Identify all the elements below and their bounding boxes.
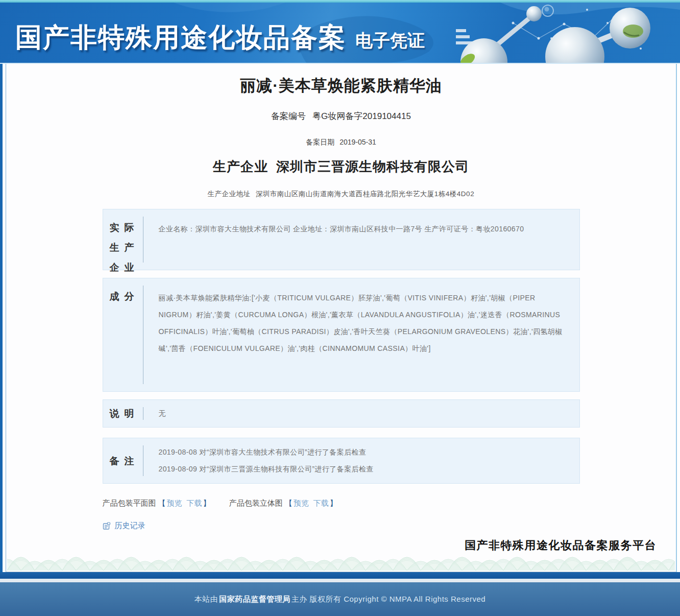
producer-label: 生产企业 — [213, 159, 268, 174]
explanation-label: 说明 — [103, 400, 143, 427]
banner-title: 国产非特殊用途化妆品备案 — [15, 20, 346, 56]
page-footer: 本站由 国家药品监督管理局 主办 版权所有 Copyright © NMPA A… — [0, 582, 680, 616]
bracket-open: 【 — [285, 499, 293, 507]
attachment-3d-preview-link[interactable]: 预览 — [294, 499, 309, 507]
remark-line: 2019-08-08 对“深圳市容大生物技术有限公司”进行了备案后检查 — [159, 444, 564, 461]
attachment-flat-download-link[interactable]: 下载 — [187, 499, 202, 507]
actual-producer-box: 实际生产企业 企业名称：深圳市容大生物技术有限公司 企业地址：深圳市南山区科技中… — [103, 209, 580, 270]
footer-prefix: 本站由 — [195, 595, 218, 604]
attachment-flat: 产品包装平面图【预览下载】 — [103, 499, 212, 508]
actual-producer-label: 实际生产企业 — [103, 209, 143, 270]
certificate-main: 丽减·美本草焕能紧肤精华油 备案编号粤G妆网备字2019104415 备案日期2… — [0, 64, 680, 572]
registration-date-line: 备案日期2019-05-31 — [6, 138, 676, 147]
bottom-blue-band — [0, 572, 680, 579]
ingredients-box: 成分 丽减·美本草焕能紧肤精华油:['小麦（TRITICUM VULGARE）胚… — [103, 278, 580, 392]
banner-text: 国产非特殊用途化妆品备案 电子凭证 — [0, 3, 680, 56]
product-name: 丽减·美本草焕能紧肤精华油 — [6, 75, 676, 97]
bracket-open: 【 — [158, 499, 166, 507]
producer-address-label: 生产企业地址 — [208, 190, 251, 198]
remarks-box: 备注 2019-08-08 对“深圳市容大生物技术有限公司”进行了备案后检查 2… — [103, 438, 580, 484]
remarks-label: 备注 — [103, 438, 143, 483]
registration-date-label: 备案日期 — [306, 138, 334, 146]
attachment-3d: 产品包装立体图【预览下载】 — [229, 499, 338, 508]
registration-number-value: 粤G妆网备字2019104415 — [312, 111, 411, 121]
history-label: 历史记录 — [115, 521, 145, 531]
producer-address-value: 深圳市南山区南山街道南海大道西桂庙路北阳光华艺大厦1栋4楼4D02 — [256, 190, 474, 198]
registration-number-line: 备案编号粤G妆网备字2019104415 — [6, 110, 676, 122]
producer-value: 深圳市三晋源生物科技有限公司 — [276, 159, 469, 174]
history-icon — [103, 522, 111, 530]
explanation-content: 无 — [143, 400, 579, 427]
producer-line: 生产企业深圳市三晋源生物科技有限公司 — [6, 158, 676, 176]
header-banner: 国产非特殊用途化妆品备案 电子凭证 — [0, 3, 680, 64]
actual-producer-content: 企业名称：深圳市容大生物技术有限公司 企业地址：深圳市南山区科技中一路7号 生产… — [143, 209, 579, 270]
footer-suffix: 主办 版权所有 Copyright © NMPA All Rights Rese… — [292, 595, 485, 604]
platform-name: 国产非特殊用途化妆品备案服务平台 — [6, 538, 676, 553]
registration-date-value: 2019-05-31 — [339, 138, 376, 146]
certificate-inner-frame: 丽减·美本草焕能紧肤精华油 备案编号粤G妆网备字2019104415 备案日期2… — [6, 64, 677, 572]
attachment-flat-label: 产品包装平面图 — [103, 499, 156, 507]
detail-boxes: 实际生产企业 企业名称：深圳市容大生物技术有限公司 企业地址：深圳市南山区科技中… — [103, 209, 580, 484]
footer-org: 国家药品监督管理局 — [219, 595, 290, 604]
attachments-row: 产品包装平面图【预览下载】 产品包装立体图【预览下载】 — [103, 499, 580, 508]
remark-line: 2019-08-09 对“深圳市三晋源生物科技有限公司”进行了备案后检查 — [159, 461, 564, 478]
attachment-3d-download-link[interactable]: 下载 — [313, 499, 329, 507]
bottom-gap-strip — [0, 579, 680, 582]
producer-address-line: 生产企业地址深圳市南山区南山街道南海大道西桂庙路北阳光华艺大厦1栋4楼4D02 — [6, 189, 676, 199]
bracket-close: 】 — [203, 499, 211, 507]
remarks-content: 2019-08-08 对“深圳市容大生物技术有限公司”进行了备案后检查 2019… — [143, 438, 579, 483]
bracket-close: 】 — [330, 499, 337, 507]
banner-subtitle: 电子凭证 — [355, 29, 425, 53]
registration-number-label: 备案编号 — [271, 111, 306, 121]
attachment-flat-preview-link[interactable]: 预览 — [167, 499, 182, 507]
ingredients-label: 成分 — [103, 278, 143, 391]
attachment-3d-label: 产品包装立体图 — [229, 499, 283, 507]
explanation-box: 说明 无 — [103, 399, 580, 428]
ingredients-content: 丽减·美本草焕能紧肤精华油:['小麦（TRITICUM VULGARE）胚芽油'… — [143, 278, 579, 391]
history-record-link[interactable]: 历史记录 — [103, 521, 580, 531]
